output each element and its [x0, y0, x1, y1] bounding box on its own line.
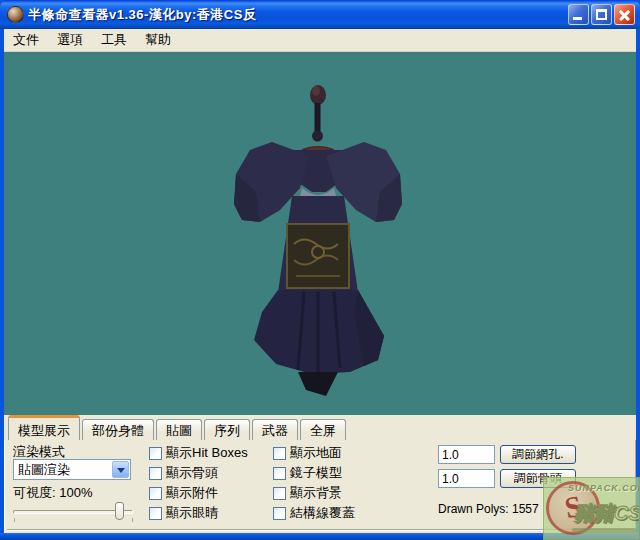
checkbox-show-bones[interactable]: 顯示骨頭 [149, 464, 218, 482]
checkbox-icon [149, 507, 162, 520]
minimize-icon [573, 17, 582, 20]
title-bar[interactable]: 半條命查看器v1.36-漢化by:香港CS反 [0, 0, 640, 29]
app-icon [7, 6, 24, 23]
watermark: S SUNPACK.COM 豬豬CS [543, 477, 640, 540]
tab-sequences[interactable]: 序列 [204, 419, 250, 440]
checkbox-mirror-model[interactable]: 鏡子模型 [273, 464, 342, 482]
maximize-icon [596, 9, 607, 20]
checkbox-show-attachments[interactable]: 顯示附件 [149, 484, 218, 502]
render-mode-select[interactable]: 貼圖渲染 [13, 459, 131, 480]
panel-groove [7, 529, 633, 531]
model-display-panel: 渲染模式 貼圖渲染 可視度: 100% 顯示Hit Boxes 顯示骨頭 顯示附… [4, 440, 636, 533]
combo-dropdown-button[interactable] [112, 461, 129, 478]
menu-bar: 文件 選項 工具 幫助 [4, 29, 636, 52]
drawn-polys-status: Drawn Polys: 1557 [438, 502, 539, 516]
maximize-button[interactable] [591, 4, 612, 25]
menu-tools[interactable]: 工具 [92, 29, 136, 51]
menu-file[interactable]: 文件 [4, 29, 48, 51]
close-button[interactable] [614, 4, 635, 25]
adjust-mesh-button[interactable]: 調節網孔. [500, 445, 576, 464]
app-window: 半條命查看器v1.36-漢化by:香港CS反 文件 選項 工具 幫助 [0, 0, 640, 540]
checkbox-icon [273, 487, 286, 500]
watermark-brand-text: 豬豬CS [574, 500, 640, 527]
checkbox-icon [149, 447, 162, 460]
checkbox-wireframe-overlay[interactable]: 結構線覆蓋 [273, 504, 355, 522]
tab-model-display[interactable]: 模型展示 [8, 415, 80, 440]
mesh-scale-input[interactable] [438, 445, 495, 464]
checkbox-icon [273, 507, 286, 520]
checkbox-icon [273, 467, 286, 480]
checkbox-show-eyes[interactable]: 顯示眼睛 [149, 504, 218, 522]
tab-fullscreen[interactable]: 全屏 [300, 419, 346, 440]
window-controls [568, 4, 635, 25]
checkbox-show-hitboxes[interactable]: 顯示Hit Boxes [149, 444, 248, 462]
watermark-site-text: SUNPACK.COM [568, 483, 640, 493]
checkbox-icon [273, 447, 286, 460]
checkbox-show-background[interactable]: 顯示背景 [273, 484, 342, 502]
tab-weapons[interactable]: 武器 [252, 419, 298, 440]
menu-help[interactable]: 幫助 [136, 29, 180, 51]
tab-body-parts[interactable]: 部份身體 [82, 419, 154, 440]
opacity-slider-thumb[interactable] [115, 502, 124, 520]
checkbox-icon [149, 487, 162, 500]
checkbox-show-ground[interactable]: 顯示地面 [273, 444, 342, 462]
bone-scale-input[interactable] [438, 469, 495, 488]
chevron-down-icon [117, 468, 125, 473]
minimize-button[interactable] [568, 4, 589, 25]
tab-bar: 模型展示 部份身體 貼圖 序列 武器 全屏 [4, 415, 636, 440]
tab-textures[interactable]: 貼圖 [156, 419, 202, 440]
window-title: 半條命查看器v1.36-漢化by:香港CS反 [28, 6, 568, 24]
checkbox-icon [149, 467, 162, 480]
menu-options[interactable]: 選項 [48, 29, 92, 51]
model-viewport[interactable] [4, 52, 636, 415]
opacity-label: 可視度: 100% [13, 484, 92, 502]
jiangshi-character-model [4, 52, 636, 415]
render-mode-value: 貼圖渲染 [14, 461, 111, 479]
